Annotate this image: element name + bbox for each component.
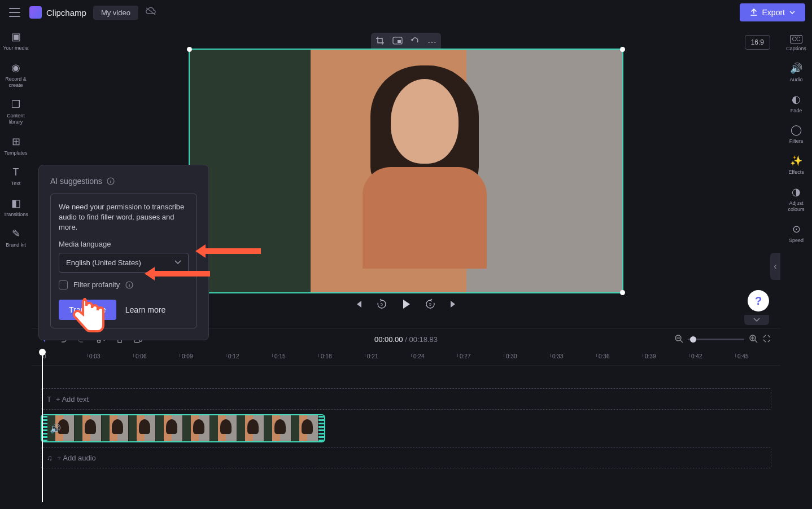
sidebar-item-content-library[interactable]: ❐Content library (0, 98, 32, 125)
sidebar-item-transitions[interactable]: ◧Transitions (0, 197, 32, 218)
skip-back-icon[interactable] (353, 299, 364, 311)
ruler-tick: 0:18 (321, 353, 331, 359)
export-button[interactable]: Export (740, 3, 805, 21)
sidebar-item-templates[interactable]: ⊞Templates (0, 135, 32, 156)
ruler-tick: 0:06 (136, 353, 146, 359)
timeline-ruler[interactable]: 0 0:03 0:06 0:09 0:12 0:15 0:18 0:21 0:2… (32, 350, 780, 366)
hamburger-menu-icon[interactable] (7, 5, 23, 20)
pip-icon[interactable] (392, 37, 403, 47)
left-sidebar: ▣Your media ◉Record & create ❐Content li… (0, 25, 32, 248)
colours-icon: ◑ (792, 186, 801, 198)
ruler-tick: 0:42 (691, 353, 702, 359)
more-icon[interactable]: ⋯ (427, 37, 436, 47)
filter-profanity-checkbox[interactable] (59, 280, 68, 289)
sidebar-item-effects[interactable]: ✨Effects (780, 155, 812, 175)
clip-volume-icon[interactable]: 🔊 (50, 423, 61, 434)
sidebar-item-speed[interactable]: ⊙Speed (780, 223, 812, 244)
ruler-tick: 0:30 (506, 353, 517, 359)
info-icon[interactable] (107, 177, 115, 185)
resize-handle-br[interactable] (620, 290, 625, 295)
svg-text:5: 5 (429, 302, 431, 306)
add-audio-label: + Add audio (57, 454, 96, 462)
ruler-tick: 0:03 (89, 353, 100, 359)
right-sidebar: CCCaptions 🔊Audio ◐Fade ◯Filters ✨Effect… (780, 25, 812, 243)
resize-handle-tl[interactable] (187, 47, 192, 52)
ruler-tick: 0:09 (182, 353, 193, 359)
sidebar-item-audio[interactable]: 🔊Audio (780, 62, 812, 83)
sidebar-item-captions[interactable]: CCCaptions (780, 35, 812, 52)
media-language-label: Media language (59, 240, 189, 248)
zoom-knob[interactable] (690, 336, 696, 343)
forward-5-icon[interactable]: 5 (425, 299, 436, 312)
annotation-hand-cursor (69, 295, 108, 342)
aspect-ratio-badge[interactable]: 16:9 (745, 35, 770, 50)
rotate-icon[interactable] (411, 36, 420, 47)
text-icon: T (13, 166, 19, 178)
zoom-fit-icon[interactable] (762, 334, 771, 345)
top-bar: Clipchamp My video Export (0, 0, 812, 25)
captions-icon: CC (790, 35, 802, 43)
svg-text:5: 5 (381, 302, 383, 306)
sidebar-item-fade[interactable]: ◐Fade (780, 93, 812, 114)
text-track-icon: T (47, 395, 51, 403)
annotation-arrow-2 (142, 265, 210, 282)
sidebar-item-record[interactable]: ◉Record & create (0, 62, 32, 89)
speed-icon: ⊙ (792, 223, 801, 235)
filter-profanity-label: Filter profanity (73, 280, 120, 289)
ruler-tick: 0:45 (737, 353, 748, 359)
ruler-tick: 0:21 (367, 353, 378, 359)
timecode: 00:00.00 / 00:18.83 (374, 335, 438, 344)
play-button[interactable] (400, 298, 412, 313)
skip-forward-icon[interactable] (448, 299, 459, 311)
learn-more-link[interactable]: Learn more (125, 305, 166, 314)
zoom-controls (674, 334, 771, 345)
clip-handle-right[interactable] (318, 415, 324, 441)
tracks: T + Add text 🔊 ♫ + Add audio (32, 366, 780, 468)
info-icon[interactable] (125, 281, 133, 289)
collapse-bottom-tab[interactable] (744, 315, 769, 325)
sidebar-item-adjust-colours[interactable]: ◑Adjust colours (780, 186, 812, 213)
sidebar-item-your-media[interactable]: ▣Your media (0, 30, 32, 51)
ruler-tick: 0:15 (274, 353, 285, 359)
collapse-right-panel[interactable]: ‹ (770, 253, 780, 280)
permission-message: We need your permission to transcribe au… (59, 202, 189, 233)
music-note-icon: ♫ (47, 454, 53, 462)
zoom-out-icon[interactable] (674, 334, 683, 345)
playhead[interactable] (42, 350, 43, 502)
add-text-label: + Add text (56, 395, 89, 403)
ruler-tick: 0:33 (552, 353, 563, 359)
ruler-tick: 0:27 (460, 353, 470, 359)
chevron-down-icon (174, 260, 181, 265)
crop-icon[interactable] (376, 36, 385, 47)
app-logo[interactable]: Clipchamp (29, 6, 86, 19)
help-button[interactable]: ? (748, 290, 769, 311)
sync-status-icon[interactable] (145, 7, 156, 18)
library-icon: ❐ (11, 98, 20, 111)
media-icon: ▣ (11, 30, 21, 43)
rewind-5-icon[interactable]: 5 (376, 299, 387, 312)
zoom-in-icon[interactable] (749, 334, 758, 345)
camera-icon: ◉ (11, 62, 20, 74)
speaker-icon: 🔊 (790, 62, 802, 74)
panel-title: AI suggestions (50, 177, 197, 186)
ruler-tick: 0:24 (413, 353, 424, 359)
fade-icon: ◐ (792, 93, 801, 106)
video-content (363, 79, 487, 282)
timeline: ✦ 00:00.00 / 00:18.83 0 0:03 0:06 0:09 0… (32, 328, 780, 509)
text-track[interactable]: T + Add text (41, 388, 771, 410)
chevron-down-icon (789, 11, 795, 14)
resize-handle-tr[interactable] (620, 47, 625, 52)
project-name[interactable]: My video (93, 6, 138, 20)
logo-mark-icon (29, 6, 42, 19)
sidebar-item-filters[interactable]: ◯Filters (780, 124, 812, 144)
brandkit-icon: ✎ (12, 227, 20, 240)
video-clip[interactable]: 🔊 (41, 414, 325, 442)
sidebar-item-brand-kit[interactable]: ✎Brand kit (0, 227, 32, 248)
sidebar-item-text[interactable]: TText (0, 166, 32, 187)
filters-icon: ◯ (791, 124, 802, 136)
effects-icon: ✨ (790, 155, 802, 167)
ruler-tick: 0:12 (228, 353, 239, 359)
zoom-slider[interactable] (688, 339, 744, 340)
playback-controls: 5 5 (353, 298, 459, 313)
audio-track[interactable]: ♫ + Add audio (41, 447, 771, 468)
